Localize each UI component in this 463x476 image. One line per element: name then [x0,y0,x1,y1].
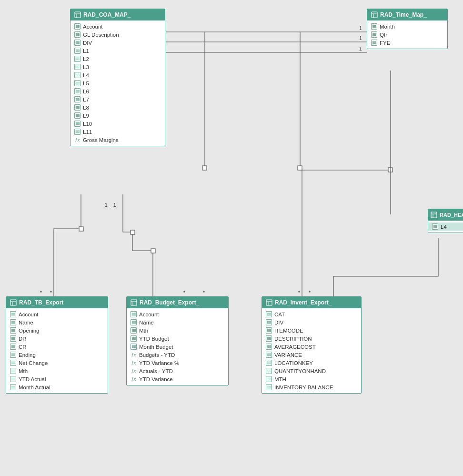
table-row: L7 [70,95,165,103]
svg-text:1: 1 [113,203,116,208]
table-rad-coa-map-title: RAD_COA_MAP_ [83,11,131,18]
table-row: AVERAGECOST [262,343,361,351]
svg-text:*: * [203,290,205,295]
table-rad-invent-export-header: RAD_Invent_Export_ [262,297,361,308]
table-row: ƒxActuals - YTD [127,367,228,375]
svg-rect-9 [388,168,393,172]
table-row: Account [70,22,165,30]
table-row: ƒxGross Margins [70,136,165,144]
table-row: Month [367,22,447,30]
table-row: ƒxYTD Variance [127,375,228,383]
table-rad-hea-header: RAD_HEA... [428,209,463,221]
table-rad-budget-export-body: Account Name Mth YTD Budget Month Budget… [127,308,228,385]
table-row: YTD Actual [6,375,108,383]
table-row: L4 [70,71,165,79]
table-rad-coa-map-header: RAD_COA_MAP_ [70,9,165,20]
svg-rect-30 [131,300,137,305]
table-rad-time-map-body: Month Qtr FYE [367,20,447,49]
table-row: Name [127,318,228,326]
svg-text:1: 1 [105,203,108,208]
svg-rect-17 [131,230,135,234]
table-row: Opening [6,326,108,334]
table-row: CR [6,343,108,351]
table-row: QUANTITYONHAND [262,367,361,375]
table-row: L4 [428,223,463,231]
svg-rect-27 [10,300,16,305]
table-row: Mth [127,326,228,334]
table-row: ƒxYTD Variance % [127,359,228,367]
table-rad-hea-body: L4 [428,221,463,233]
table-rad-time-map: RAD_Time_Map_ Month Qtr FYE [367,9,448,49]
table-rad-invent-export-body: CAT DIV ITEMCODE DESCRIPTION AVERAGECOST… [262,308,361,393]
svg-text:*: * [40,290,42,295]
table-row: L2 [70,55,165,63]
table-row: L8 [70,103,165,111]
table-row: DESCRIPTION [262,334,361,343]
table-row: Mth [6,367,108,375]
svg-rect-7 [298,166,302,170]
table-row: FYE [367,39,447,47]
table-rad-hea: RAD_HEA... L4 [428,209,463,233]
table-row: L5 [70,79,165,87]
table-row: ƒxBudgets - YTD [127,351,228,359]
table-rad-budget-export-title: RAD_Budget_Export_ [140,299,199,306]
svg-text:*: * [298,290,300,295]
svg-text:*: * [50,290,52,295]
svg-rect-6 [202,166,207,170]
table-row: INVENTORY BALANCE [262,383,361,391]
table-row: L6 [70,87,165,95]
table-row: Month Actual [6,383,108,391]
table-row: YTD Budget [127,334,228,343]
table-row: L1 [70,47,165,55]
table-row: DR [6,334,108,343]
table-rad-tb-export-header: RAD_TB_Export [6,297,108,308]
svg-text:1: 1 [359,46,362,51]
table-row: Account [127,310,228,318]
svg-rect-12 [79,227,83,231]
table-rad-invent-export: RAD_Invent_Export_ CAT DIV ITEMCODE DESC… [262,296,362,394]
table-rad-budget-export: RAD_Budget_Export_ Account Name Mth YTD … [126,296,229,385]
table-row: Ending [6,351,108,359]
table-rad-time-map-title: RAD_Time_Map_ [380,11,427,18]
table-row: VARIANCE [262,351,361,359]
table-row: Net Change [6,359,108,367]
svg-rect-36 [431,212,437,218]
table-rad-budget-export-header: RAD_Budget_Export_ [127,297,228,308]
svg-text:1: 1 [359,26,362,31]
table-rad-hea-title: RAD_HEA... [440,212,463,218]
table-rad-tb-export-title: RAD_TB_Export [19,299,63,306]
table-row: MTH [262,375,361,383]
svg-text:*: * [183,290,185,295]
table-row: Month Budget [127,343,228,351]
table-row: Qtr [367,30,447,39]
table-row: Name [6,318,108,326]
svg-text:1: 1 [359,36,362,41]
table-rad-tb-export: RAD_TB_Export Account Name Opening DR CR… [6,296,108,394]
table-rad-coa-map: RAD_COA_MAP_ Account GL Description DIV … [70,9,165,146]
table-row: GL Description [70,30,165,39]
svg-rect-33 [266,300,272,305]
table-row: Account [6,310,108,318]
table-rad-time-map-header: RAD_Time_Map_ [367,9,447,20]
table-rad-tb-export-body: Account Name Opening DR CR Ending Net Ch… [6,308,108,393]
table-row: ITEMCODE [262,326,361,334]
table-rad-coa-map-body: Account GL Description DIV L1 L2 L3 L4 L… [70,20,165,146]
table-rad-invent-export-title: RAD_Invent_Export_ [275,299,332,306]
table-row: LOCATIONKEY [262,359,361,367]
table-row: L3 [70,63,165,71]
svg-rect-21 [75,12,81,18]
table-row: DIV [70,39,165,47]
svg-text:*: * [309,290,311,295]
table-row: CAT [262,310,361,318]
table-row: L9 [70,111,165,120]
table-row: DIV [262,318,361,326]
table-row: L11 [70,128,165,136]
svg-rect-24 [372,12,377,18]
svg-rect-18 [151,249,155,253]
table-row: L10 [70,120,165,128]
